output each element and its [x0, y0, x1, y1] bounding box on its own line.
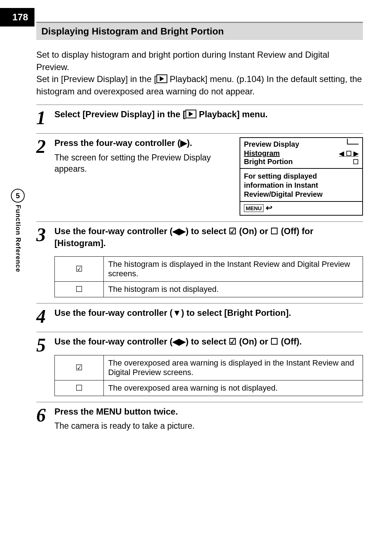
- camera-screen-preview: Preview Display Histogram ◀ ☐ ▶ Bright P…: [240, 137, 363, 216]
- step-6-text: The camera is ready to take a picture.: [54, 420, 363, 432]
- cs-histogram-value: ◀ ☐ ▶: [339, 150, 359, 158]
- table-row: ☐ The overexposed area warning is not di…: [55, 380, 363, 396]
- intro-line-1: Set to display histogram and bright port…: [36, 50, 329, 72]
- step-1-heading-b: Playback] menu.: [196, 109, 268, 119]
- option-on-symbol: ☑: [55, 257, 104, 282]
- intro-paragraph: Set to display histogram and bright port…: [36, 49, 363, 97]
- histogram-options-table: ☑ The histogram is displayed in the Inst…: [54, 256, 363, 297]
- step-1: 1 Select [Preview Display] in the [ Play…: [36, 105, 363, 127]
- menu-button-icon: MENU: [244, 204, 264, 212]
- intro-line-2a: Set in [Preview Display] in the [: [36, 74, 156, 84]
- chapter-number-badge: 5: [11, 189, 25, 203]
- step-3: 3 Use the four-way controller (◀▶) to se…: [36, 221, 363, 297]
- return-arrow-icon: ↩: [266, 203, 272, 213]
- cs-histogram-label: Histogram: [244, 149, 280, 158]
- side-chapter-tab: 5 Function Reference: [11, 189, 25, 272]
- camera-screen-description: For setting displayed information in Ins…: [240, 171, 362, 201]
- step-2-text: The screen for setting the Preview Displ…: [54, 152, 232, 175]
- camera-screen-title: Preview Display: [240, 138, 362, 149]
- divider: [240, 168, 362, 169]
- section-title: Displaying Histogram and Bright Portion: [36, 22, 363, 40]
- cs-bright-label: Bright Portion: [244, 158, 293, 166]
- step-number: 3: [36, 225, 54, 244]
- step-4: 4 Use the four-way controller (▼) to sel…: [36, 303, 363, 326]
- table-row: ☑ The histogram is displayed in the Inst…: [55, 257, 363, 282]
- option-off-text: The overexposed area warning is not disp…: [104, 380, 363, 396]
- content-area: Displaying Histogram and Bright Portion …: [0, 0, 392, 453]
- playback-icon: [156, 74, 167, 83]
- step-4-heading: Use the four-way controller (▼) to selec…: [54, 307, 363, 319]
- cs-bright-value: ☐: [353, 158, 359, 166]
- page-number: 178: [0, 8, 34, 27]
- step-number: 2: [36, 137, 54, 156]
- step-6: 6 Press the MENU button twice. The camer…: [36, 402, 363, 432]
- option-off-symbol: ☐: [55, 282, 104, 297]
- step-5-heading: Use the four-way controller (◀▶) to sele…: [54, 336, 363, 347]
- page: 178 5 Function Reference Displaying Hist…: [0, 0, 392, 546]
- option-on-symbol: ☑: [55, 355, 104, 380]
- step-number: 4: [36, 307, 54, 326]
- step-3-heading: Use the four-way controller (◀▶) to sele…: [54, 225, 363, 249]
- option-on-text: The overexposed area warning is displaye…: [104, 355, 363, 380]
- bright-portion-options-table: ☑ The overexposed area warning is displa…: [54, 355, 363, 396]
- camera-screen-row-histogram: Histogram ◀ ☐ ▶: [240, 149, 362, 158]
- option-on-text: The histogram is displayed in the Instan…: [104, 257, 363, 282]
- step-1-heading-a: Select [Preview Display] in the [: [54, 109, 185, 119]
- table-row: ☑ The overexposed area warning is displa…: [55, 355, 363, 380]
- option-off-text: The histogram is not displayed.: [104, 282, 363, 297]
- table-row: ☐ The histogram is not displayed.: [55, 282, 363, 297]
- step-number: 6: [36, 406, 54, 425]
- step-5: 5 Use the four-way controller (◀▶) to se…: [36, 332, 363, 396]
- camera-screen-row-bright: Bright Portion ☐: [240, 158, 362, 166]
- chapter-label: Function Reference: [14, 205, 22, 272]
- step-number: 5: [36, 336, 54, 355]
- camera-screen-footer: MENU ↩: [240, 201, 362, 215]
- playback-icon: [185, 110, 196, 118]
- step-2: 2 Press the four-way controller (▶). The…: [36, 133, 363, 216]
- step-6-heading: Press the MENU button twice.: [54, 406, 363, 417]
- step-2-heading: Press the four-way controller (▶).: [54, 137, 232, 149]
- step-number: 1: [36, 109, 54, 127]
- option-off-symbol: ☐: [55, 380, 104, 396]
- step-1-heading: Select [Preview Display] in the [ Playba…: [54, 109, 363, 120]
